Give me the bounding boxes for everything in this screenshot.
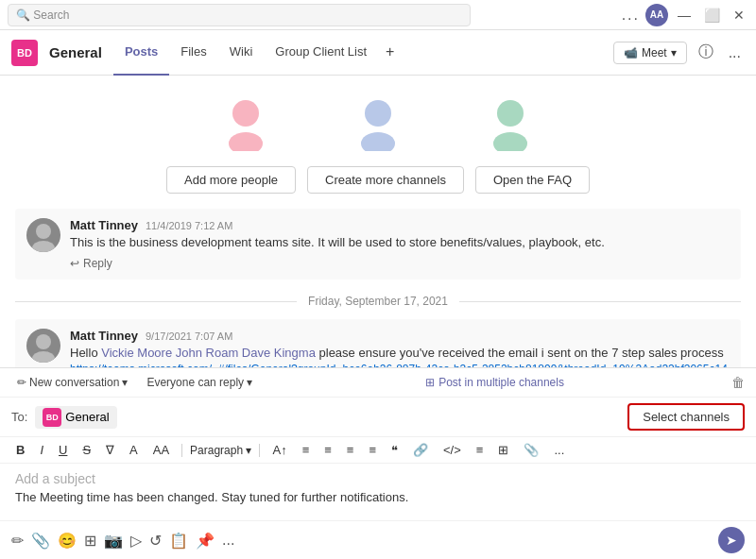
msg-avatar-1 (26, 218, 60, 252)
restore-button[interactable]: ⬜ (700, 8, 724, 23)
msg-time-1: 11/4/2019 7:12 AM (146, 220, 232, 231)
format-toolbar: B I U S ∇ A AA Paragraph ▾ A↑ ≡ ≡ ≡ ≡ ❝ … (0, 437, 756, 464)
svg-point-2 (365, 100, 391, 127)
send-button[interactable]: ➤ (718, 527, 745, 553)
svg-point-0 (232, 100, 259, 127)
info-button[interactable]: ⓘ (695, 41, 717, 64)
more-button[interactable]: ... (725, 42, 745, 63)
add-tab-button[interactable]: + (378, 30, 402, 76)
align-center-button[interactable]: ≡ (319, 441, 336, 459)
open-faq-button[interactable]: Open the FAQ (475, 166, 590, 194)
avatar-illustration-2 (350, 94, 406, 151)
avatar-row (15, 87, 741, 159)
avatar-svg-2 (26, 329, 60, 363)
compose-toolbar: ✏ New conversation ▾ Everyone can reply … (0, 368, 756, 398)
svg-point-4 (497, 100, 524, 127)
search-placeholder: Search (33, 8, 69, 22)
compose-text[interactable]: The Meeting time has been changed. Stay … (15, 490, 741, 504)
underline-button[interactable]: U (54, 441, 72, 459)
compose-body[interactable]: Add a subject The Meeting time has been … (0, 464, 756, 520)
content-area: Add more people Create more channels Ope… (0, 76, 756, 559)
svg-point-10 (36, 334, 51, 349)
select-channels-button[interactable]: Select channels (627, 403, 745, 431)
font-size-button[interactable]: AA (148, 441, 174, 459)
compose-bottom: ✏ 📎 😊 ⊞ 📷 ▷ ↺ 📋 📌 ... ➤ (0, 520, 756, 559)
avatar-illustration-3 (482, 94, 539, 151)
send-icon: ➤ (726, 533, 737, 548)
more-actions-icon[interactable]: ... (222, 532, 234, 549)
paragraph-select[interactable]: Paragraph ▾ (190, 444, 251, 457)
highlight-button[interactable]: A (125, 441, 143, 459)
strikethrough-button[interactable]: S (77, 441, 95, 459)
text-indent-button[interactable]: A↑ (267, 441, 291, 459)
delete-button[interactable]: 🗑 (731, 375, 745, 390)
svg-point-7 (36, 224, 51, 239)
signature-button[interactable]: 📎 (519, 441, 543, 459)
reply-button-1[interactable]: ↩ Reply (70, 257, 730, 270)
search-box[interactable]: 🔍 Search (8, 4, 471, 26)
chevron-down-icon: ▾ (247, 376, 252, 389)
meet-button[interactable]: 📹 Meet ▾ (613, 42, 687, 64)
subject-placeholder[interactable]: Add a subject (15, 471, 741, 486)
tab-files[interactable]: Files (169, 30, 217, 76)
recipient-chip[interactable]: BD General (35, 406, 116, 429)
clipboard-icon[interactable]: 📋 (169, 532, 188, 550)
font-color-icon[interactable]: ∇ (101, 441, 119, 459)
add-more-people-button[interactable]: Add more people (166, 166, 296, 194)
main-area: Add more people Create more channels Ope… (0, 76, 756, 559)
bullet-list-button[interactable]: ≡ (342, 441, 359, 459)
avatar-illustration-1 (217, 94, 274, 151)
close-button[interactable]: ✕ (730, 8, 748, 23)
attach-icon[interactable]: 📎 (31, 532, 50, 550)
header-actions: 📹 Meet ▾ ⓘ ... (613, 41, 745, 64)
reply-icon: ↩ (70, 257, 79, 270)
compose-to-row: To: BD General Select channels (0, 398, 756, 437)
avatar-svg-1 (26, 218, 60, 252)
tab-posts[interactable]: Posts (113, 30, 169, 76)
code-button[interactable]: </> (438, 441, 466, 459)
minimize-button[interactable]: — (674, 8, 695, 23)
msg-name-1: Matt Tinney (70, 218, 138, 232)
chevron-down-icon: ▾ (122, 376, 128, 389)
edit-icon: ✏ (17, 376, 26, 389)
quote-button[interactable]: ❝ (387, 441, 403, 459)
msg-header-1: Matt Tinney 11/4/2019 7:12 AM (70, 218, 730, 232)
meet-now-icon[interactable]: ▷ (130, 532, 142, 550)
format-separator-1 (181, 444, 182, 457)
search-icon: 🔍 (16, 8, 30, 22)
align-justify-button[interactable]: ≡ (472, 441, 489, 459)
more-format-button[interactable]: ... (549, 441, 569, 459)
msg-body-2: Matt Tinney 9/17/2021 7:07 AM Hello Vick… (70, 329, 730, 367)
title-bar: 🔍 Search ... AA — ⬜ ✕ (0, 0, 756, 30)
create-more-channels-button[interactable]: Create more channels (307, 166, 464, 194)
tab-wiki[interactable]: Wiki (218, 30, 265, 76)
to-label: To: (11, 410, 27, 424)
action-buttons: Add more people Create more channels Ope… (15, 159, 741, 209)
chevron-down-icon: ▾ (671, 46, 677, 59)
format-text-icon[interactable]: ✏ (11, 532, 24, 550)
tab-group-client-list[interactable]: Group Client List (264, 30, 378, 76)
tab-bar: Posts Files Wiki Group Client List + (113, 30, 403, 76)
chip-label: General (65, 410, 109, 424)
msg-text-2: Hello Vickie Moore John Roam Dave Kingma… (70, 345, 730, 362)
emoji-icon[interactable]: 😊 (58, 532, 77, 550)
bookmark-icon[interactable]: 📌 (196, 532, 215, 550)
svg-point-5 (493, 132, 527, 151)
italic-button[interactable]: I (35, 441, 48, 459)
bold-button[interactable]: B (11, 441, 29, 459)
align-left-button[interactable]: ≡ (298, 441, 315, 459)
loop-icon[interactable]: ↺ (149, 532, 162, 550)
app-icon[interactable]: ⊞ (84, 532, 96, 550)
post-in-channels-button[interactable]: ⊞ Post in multiple channels (425, 376, 564, 389)
link-button[interactable]: 🔗 (408, 441, 433, 459)
msg-time-2: 9/17/2021 7:07 AM (146, 330, 232, 342)
user-avatar[interactable]: AA (645, 4, 668, 26)
numbered-list-button[interactable]: ≡ (364, 441, 381, 459)
camera-icon[interactable]: 📷 (104, 532, 123, 550)
everyone-reply-button[interactable]: Everyone can reply ▾ (141, 374, 258, 391)
message-2: Matt Tinney 9/17/2021 7:07 AM Hello Vick… (15, 319, 741, 367)
table-button[interactable]: ⊞ (493, 441, 513, 459)
more-options-icon[interactable]: ... (622, 7, 640, 24)
new-conversation-button[interactable]: ✏ New conversation ▾ (11, 374, 133, 391)
channels-icon: ⊞ (425, 376, 435, 389)
